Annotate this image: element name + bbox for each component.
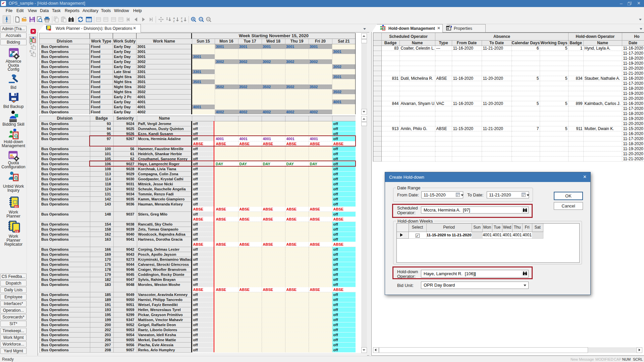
svg-text:Z: Z	[173, 20, 175, 22]
svg-text:Z: Z	[181, 17, 182, 20]
svg-text:A: A	[173, 17, 175, 20]
svg-text:A: A	[181, 20, 183, 22]
